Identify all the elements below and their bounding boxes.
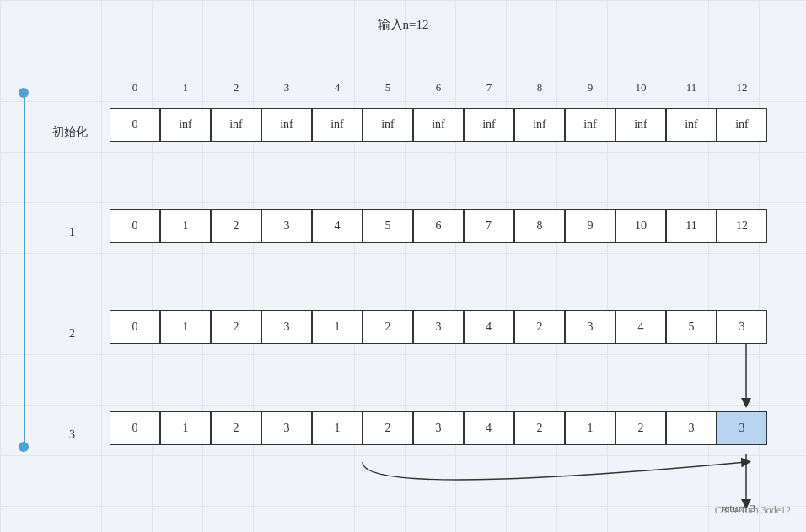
cell-r0-c7: inf: [464, 108, 514, 142]
cell-r0-c1: inf: [160, 108, 211, 142]
cell-r1-c5: 5: [363, 209, 413, 243]
cell-r3-c8: 2: [514, 411, 565, 445]
col-header-11: 11: [666, 81, 717, 94]
table-row-3: 0123123421233: [110, 411, 767, 445]
cell-r1-c6: 6: [413, 209, 464, 243]
cell-r1-c12: 12: [717, 209, 767, 243]
col-header-10: 10: [615, 81, 666, 94]
col-header-3: 3: [261, 81, 312, 94]
cell-r1-c0: 0: [110, 209, 160, 243]
col-header-5: 5: [363, 81, 413, 94]
cell-r2-c7: 4: [464, 310, 514, 344]
cell-r1-c4: 4: [312, 209, 363, 243]
cell-r3-c10: 2: [615, 411, 666, 445]
col-header-8: 8: [514, 81, 565, 94]
cell-r2-c5: 2: [363, 310, 413, 344]
cell-r3-c7: 4: [464, 411, 514, 445]
row-label-0: 初始化: [52, 125, 88, 140]
cell-r2-c4: 1: [312, 310, 363, 344]
col-header-9: 9: [565, 81, 615, 94]
col-header-4: 4: [312, 81, 363, 94]
cell-r3-c2: 2: [211, 411, 261, 445]
col-header-1: 1: [160, 81, 211, 94]
cell-r0-c3: inf: [261, 108, 312, 142]
cell-r0-c10: inf: [615, 108, 666, 142]
cell-r0-c2: inf: [211, 108, 261, 142]
col-header-6: 6: [413, 81, 464, 94]
cell-r2-c3: 3: [261, 310, 312, 344]
cell-r0-c4: inf: [312, 108, 363, 142]
cell-r0-c0: 0: [110, 108, 160, 142]
cell-r2-c6: 3: [413, 310, 464, 344]
cell-r3-c5: 2: [363, 411, 413, 445]
table-row-1: 0123456789101112: [110, 209, 767, 243]
table-row-2: 0123123423453: [110, 310, 767, 344]
cell-r1-c7: 7: [464, 209, 514, 243]
row-label-1: 1: [69, 226, 75, 239]
grid-background: [0, 0, 806, 532]
col-header-7: 7: [464, 81, 514, 94]
indicator-dot-bottom: [19, 442, 29, 452]
main-canvas: 输入n=12 0123456789101112 return 3 CSDretu…: [0, 0, 806, 532]
col-header-2: 2: [211, 81, 261, 94]
cell-r0-c5: inf: [363, 108, 413, 142]
page-title: 输入n=12: [0, 17, 806, 33]
cell-r1-c1: 1: [160, 209, 211, 243]
cell-r2-c11: 5: [666, 310, 717, 344]
cell-r3-c12: 3: [717, 411, 767, 445]
indicator-dot-top: [19, 88, 29, 98]
cell-r3-c6: 3: [413, 411, 464, 445]
cell-r2-c1: 1: [160, 310, 211, 344]
cell-r1-c2: 2: [211, 209, 261, 243]
cell-r0-c8: inf: [514, 108, 565, 142]
cell-r1-c3: 3: [261, 209, 312, 243]
row-label-2: 2: [69, 327, 75, 341]
cell-r2-c12: 3: [717, 310, 767, 344]
watermark: CSDreturn 3ode12: [715, 504, 791, 517]
cell-r0-c9: inf: [565, 108, 615, 142]
cell-r2-c9: 3: [565, 310, 615, 344]
cell-r1-c11: 11: [666, 209, 717, 243]
cell-r2-c0: 0: [110, 310, 160, 344]
cell-r1-c10: 10: [615, 209, 666, 243]
cell-r3-c9: 1: [565, 411, 615, 445]
col-header-12: 12: [717, 81, 767, 94]
cell-r3-c0: 0: [110, 411, 160, 445]
cell-r2-c10: 4: [615, 310, 666, 344]
column-headers: 0123456789101112: [110, 81, 767, 94]
cell-r3-c1: 1: [160, 411, 211, 445]
col-header-0: 0: [110, 81, 160, 94]
cell-r1-c9: 9: [565, 209, 615, 243]
cell-r0-c6: inf: [413, 108, 464, 142]
cell-r0-c12: inf: [717, 108, 767, 142]
cell-r2-c8: 2: [514, 310, 565, 344]
vertical-indicator-line: [24, 93, 25, 447]
table-row-0: 0infinfinfinfinfinfinfinfinfinfinfinf: [110, 108, 767, 142]
cell-r3-c11: 3: [666, 411, 717, 445]
cell-r3-c3: 3: [261, 411, 312, 445]
cell-r3-c4: 1: [312, 411, 363, 445]
cell-r1-c8: 8: [514, 209, 565, 243]
cell-r2-c2: 2: [211, 310, 261, 344]
row-label-3: 3: [69, 428, 75, 442]
cell-r0-c11: inf: [666, 108, 717, 142]
